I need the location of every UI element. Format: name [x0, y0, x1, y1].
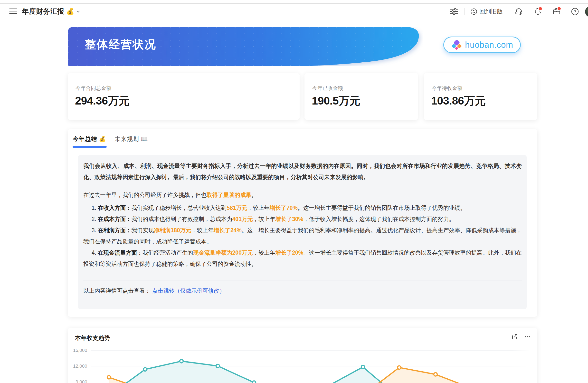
moneybag-emoji-icon: 💰 — [66, 8, 74, 15]
book-emoji-icon: 📖 — [141, 136, 148, 142]
metric-card-pending: 今年待收金额 103.86万元 — [424, 73, 537, 120]
top-bar: 年度财务汇报 💰 回到旧版 — [0, 4, 588, 19]
trend-chart-card: 本年收支趋势 15,00012,0009,000 — [68, 328, 537, 383]
moneybag-emoji-icon: 💰 — [99, 136, 106, 142]
tab-this-year-summary[interactable]: 今年总结 💰 — [73, 134, 106, 143]
notification-badge — [538, 7, 543, 11]
lead-prefix: 在过去一年里，我们的公司经历了许多挑战，但也 — [83, 192, 207, 198]
chart-title: 本年收支趋势 — [75, 334, 110, 342]
open-fullscreen-icon[interactable] — [511, 334, 518, 340]
banner-title: 整体经营状况 — [85, 37, 156, 52]
metric-label: 今年已收金额 — [312, 85, 343, 92]
support-headset-icon[interactable] — [514, 7, 523, 16]
summary-item-4: 4. 在现金流量方面：我们经营活动产生的现金流量净额为200万元，较上年增长了2… — [83, 247, 522, 270]
summary-item-3: 3. 在利润方面：我们实现净利润180万元，较上年增长了24%。这一增长主要得益… — [83, 225, 522, 247]
summary-list: 1. 在收入方面：我们实现了稳步增长，总营业收入达到581万元，较上年增长了70… — [83, 202, 522, 270]
metric-value: 294.36万元 — [75, 94, 130, 108]
workspace-badge — [557, 7, 561, 11]
topbar-divider — [464, 8, 464, 15]
back-to-old-version-label: 回到旧版 — [479, 8, 503, 15]
trend-chart-svg — [68, 344, 537, 383]
divider — [83, 280, 522, 280]
page: { "topbar": { "title": "年度财务汇报", "title_… — [0, 0, 588, 383]
divider — [83, 188, 522, 188]
document-title-dropdown[interactable]: 年度财务汇报 💰 — [22, 6, 80, 17]
metric-value: 103.86万元 — [431, 94, 486, 108]
more-options-icon[interactable] — [524, 334, 530, 340]
summary-intro: 我们会从收入、成本、利润、现金流量等主要财务指标入手，分析过去一年的业绩以及财务… — [83, 160, 522, 183]
display-settings-icon[interactable] — [450, 7, 458, 16]
summary-footer: 以上内容详情可点击查看： 点击跳转（仅做示例可修改） — [83, 285, 225, 296]
tab-future-plan[interactable]: 未来规划 📖 — [114, 134, 148, 143]
menu-icon[interactable] — [9, 9, 17, 14]
huoban-logo-badge[interactable]: huoban.com — [443, 37, 521, 53]
huoban-logo-text: huoban.com — [465, 40, 513, 50]
metric-card-received: 今年已收金额 190.5万元 — [304, 73, 418, 120]
summary-card: 今年总结 💰 未来规划 📖 我们会从收入、成本、利润、现金流量等主要财务指标入手… — [68, 129, 537, 317]
summary-item-1: 1. 在收入方面：我们实现了稳步增长，总营业收入达到581万元，较上年增长了70… — [83, 202, 522, 213]
back-to-old-version-button[interactable]: 回到旧版 — [471, 6, 503, 17]
page-title: 年度财务汇报 — [22, 7, 64, 16]
chevron-down-icon[interactable] — [76, 9, 80, 14]
user-avatar[interactable] — [585, 6, 588, 17]
chart-right-fade — [511, 344, 537, 383]
switch-version-icon — [471, 8, 477, 15]
help-glyph: ? — [574, 9, 576, 14]
summary-content-box: 我们会从收入、成本、利润、现金流量等主要财务指标入手，分析过去一年的业绩以及财务… — [78, 155, 527, 309]
help-icon[interactable]: ? — [570, 7, 579, 16]
divider — [68, 148, 537, 148]
metric-card-contract-total: 今年合同总金额 294.36万元 — [68, 73, 300, 120]
active-tab-indicator — [73, 146, 107, 148]
workspace-briefcase-icon[interactable] — [552, 7, 561, 16]
tab-label: 今年总结 — [73, 135, 97, 143]
metric-label: 今年合同总金额 — [76, 85, 111, 92]
notifications-bell-icon[interactable] — [533, 7, 542, 16]
footer-label: 以上内容详情可点击查看： — [83, 287, 150, 294]
lead-highlight: 取得了显著的成果 — [207, 192, 251, 198]
summary-lead: 在过去一年里，我们的公司经历了许多挑战，但也取得了显著的成果。 — [83, 189, 522, 200]
summary-item-2: 2. 在成本方面：我们的成本也得到了有效控制，总成本为401万元，较上年增长了3… — [83, 213, 522, 225]
tab-label: 未来规划 — [114, 135, 139, 143]
metric-label: 今年待收金额 — [432, 85, 462, 92]
metric-value: 190.5万元 — [312, 94, 360, 108]
huoban-logo-icon — [451, 40, 462, 50]
lead-suffix: 。 — [251, 192, 257, 198]
jump-link[interactable]: 点击跳转（仅做示例可修改） — [152, 287, 225, 294]
